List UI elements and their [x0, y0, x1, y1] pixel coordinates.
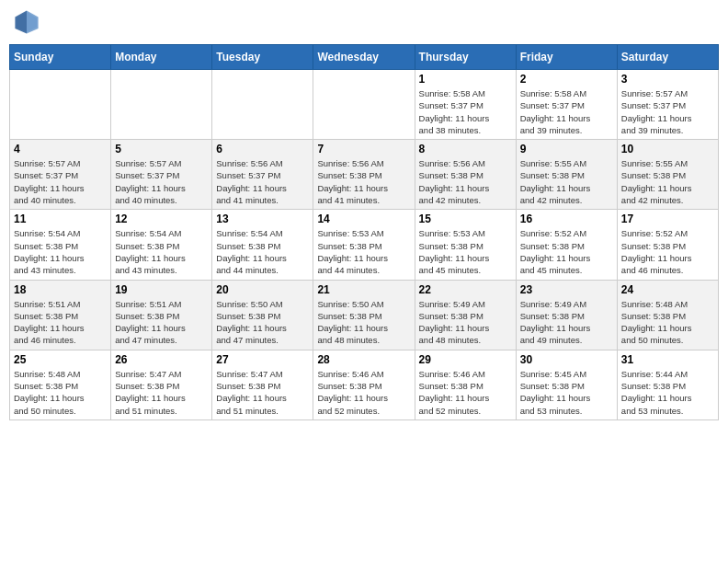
calendar-day-cell: 3Sunrise: 5:57 AM Sunset: 5:37 PM Daylig…: [617, 70, 718, 140]
logo-icon: [14, 9, 40, 35]
day-number: 26: [115, 353, 208, 366]
day-number: 24: [621, 283, 714, 296]
calendar-day-cell: 23Sunrise: 5:49 AM Sunset: 5:38 PM Dayli…: [516, 280, 617, 350]
day-number: 10: [621, 143, 714, 155]
day-info: Sunrise: 5:56 AM Sunset: 5:38 PM Dayligh…: [317, 157, 410, 206]
day-number: 16: [520, 213, 613, 225]
day-number: 1: [419, 73, 512, 86]
calendar-day-cell: 20Sunrise: 5:50 AM Sunset: 5:38 PM Dayli…: [212, 280, 313, 350]
day-info: Sunrise: 5:49 AM Sunset: 5:38 PM Dayligh…: [419, 298, 512, 347]
calendar-day-cell: 30Sunrise: 5:45 AM Sunset: 5:38 PM Dayli…: [516, 350, 617, 419]
day-number: 11: [14, 213, 107, 225]
calendar-day-cell: 5Sunrise: 5:57 AM Sunset: 5:37 PM Daylig…: [111, 140, 212, 210]
svg-marker-1: [27, 10, 39, 33]
calendar-day-cell: [313, 70, 415, 140]
day-number: 23: [520, 283, 613, 296]
day-number: 7: [317, 143, 410, 155]
day-number: 22: [419, 283, 512, 296]
calendar-day-cell: 21Sunrise: 5:50 AM Sunset: 5:38 PM Dayli…: [313, 280, 415, 350]
day-info: Sunrise: 5:55 AM Sunset: 5:38 PM Dayligh…: [520, 157, 613, 206]
day-number: 12: [115, 213, 208, 225]
day-info: Sunrise: 5:52 AM Sunset: 5:38 PM Dayligh…: [621, 227, 714, 276]
day-of-week-header: Sunday: [10, 45, 111, 70]
calendar-day-cell: 12Sunrise: 5:54 AM Sunset: 5:38 PM Dayli…: [111, 210, 212, 280]
day-number: 6: [216, 143, 309, 155]
day-info: Sunrise: 5:51 AM Sunset: 5:38 PM Dayligh…: [115, 298, 208, 347]
calendar-week-row: 11Sunrise: 5:54 AM Sunset: 5:38 PM Dayli…: [10, 210, 719, 280]
logo: [14, 9, 41, 35]
calendar-day-cell: 13Sunrise: 5:54 AM Sunset: 5:38 PM Dayli…: [212, 210, 313, 280]
calendar-day-cell: 24Sunrise: 5:48 AM Sunset: 5:38 PM Dayli…: [617, 280, 718, 350]
day-of-week-header: Tuesday: [212, 45, 313, 70]
day-info: Sunrise: 5:48 AM Sunset: 5:38 PM Dayligh…: [621, 298, 714, 347]
calendar-day-cell: [111, 70, 212, 140]
day-info: Sunrise: 5:56 AM Sunset: 5:37 PM Dayligh…: [216, 157, 309, 206]
day-number: 13: [216, 213, 309, 225]
day-info: Sunrise: 5:47 AM Sunset: 5:38 PM Dayligh…: [216, 368, 309, 417]
calendar-day-cell: 16Sunrise: 5:52 AM Sunset: 5:38 PM Dayli…: [516, 210, 617, 280]
day-info: Sunrise: 5:48 AM Sunset: 5:38 PM Dayligh…: [14, 368, 107, 417]
day-number: 3: [621, 73, 714, 86]
day-number: 5: [115, 143, 208, 155]
calendar-day-cell: 10Sunrise: 5:55 AM Sunset: 5:38 PM Dayli…: [617, 140, 718, 210]
day-number: 21: [317, 283, 410, 296]
day-info: Sunrise: 5:54 AM Sunset: 5:38 PM Dayligh…: [115, 227, 208, 276]
day-of-week-header: Saturday: [617, 45, 718, 70]
day-info: Sunrise: 5:53 AM Sunset: 5:38 PM Dayligh…: [317, 227, 410, 276]
calendar-table: SundayMondayTuesdayWednesdayThursdayFrid…: [9, 44, 719, 420]
day-number: 18: [14, 283, 107, 296]
day-info: Sunrise: 5:49 AM Sunset: 5:38 PM Dayligh…: [520, 298, 613, 347]
day-number: 28: [317, 353, 410, 366]
day-info: Sunrise: 5:57 AM Sunset: 5:37 PM Dayligh…: [14, 157, 107, 206]
calendar-day-cell: 1Sunrise: 5:58 AM Sunset: 5:37 PM Daylig…: [415, 70, 516, 140]
calendar-day-cell: 9Sunrise: 5:55 AM Sunset: 5:38 PM Daylig…: [516, 140, 617, 210]
calendar-day-cell: 22Sunrise: 5:49 AM Sunset: 5:38 PM Dayli…: [415, 280, 516, 350]
calendar-day-cell: 17Sunrise: 5:52 AM Sunset: 5:38 PM Dayli…: [617, 210, 718, 280]
day-info: Sunrise: 5:47 AM Sunset: 5:38 PM Dayligh…: [115, 368, 208, 417]
calendar-day-cell: 27Sunrise: 5:47 AM Sunset: 5:38 PM Dayli…: [212, 350, 313, 419]
calendar-day-cell: 8Sunrise: 5:56 AM Sunset: 5:38 PM Daylig…: [415, 140, 516, 210]
day-number: 4: [14, 143, 107, 155]
calendar-day-cell: 11Sunrise: 5:54 AM Sunset: 5:38 PM Dayli…: [10, 210, 111, 280]
day-info: Sunrise: 5:56 AM Sunset: 5:38 PM Dayligh…: [419, 157, 512, 206]
day-number: 15: [419, 213, 512, 225]
day-number: 2: [520, 73, 613, 86]
day-number: 17: [621, 213, 714, 225]
calendar-week-row: 18Sunrise: 5:51 AM Sunset: 5:38 PM Dayli…: [10, 280, 719, 350]
day-number: 19: [115, 283, 208, 296]
day-info: Sunrise: 5:50 AM Sunset: 5:38 PM Dayligh…: [317, 298, 410, 347]
calendar-day-cell: 15Sunrise: 5:53 AM Sunset: 5:38 PM Dayli…: [415, 210, 516, 280]
day-of-week-header: Wednesday: [313, 45, 415, 70]
day-number: 14: [317, 213, 410, 225]
calendar-day-cell: 25Sunrise: 5:48 AM Sunset: 5:38 PM Dayli…: [10, 350, 111, 419]
day-number: 31: [621, 353, 714, 366]
day-info: Sunrise: 5:54 AM Sunset: 5:38 PM Dayligh…: [216, 227, 309, 276]
day-number: 27: [216, 353, 309, 366]
calendar-week-row: 25Sunrise: 5:48 AM Sunset: 5:38 PM Dayli…: [10, 350, 719, 419]
calendar-week-row: 1Sunrise: 5:58 AM Sunset: 5:37 PM Daylig…: [10, 70, 719, 140]
day-number: 20: [216, 283, 309, 296]
day-info: Sunrise: 5:45 AM Sunset: 5:38 PM Dayligh…: [520, 368, 613, 417]
day-info: Sunrise: 5:52 AM Sunset: 5:38 PM Dayligh…: [520, 227, 613, 276]
calendar-day-cell: [212, 70, 313, 140]
day-number: 25: [14, 353, 107, 366]
calendar-day-cell: 6Sunrise: 5:56 AM Sunset: 5:37 PM Daylig…: [212, 140, 313, 210]
calendar-day-cell: [10, 70, 111, 140]
calendar-day-cell: 31Sunrise: 5:44 AM Sunset: 5:38 PM Dayli…: [617, 350, 718, 419]
calendar-day-cell: 26Sunrise: 5:47 AM Sunset: 5:38 PM Dayli…: [111, 350, 212, 419]
day-info: Sunrise: 5:58 AM Sunset: 5:37 PM Dayligh…: [520, 87, 613, 136]
day-number: 29: [419, 353, 512, 366]
day-info: Sunrise: 5:46 AM Sunset: 5:38 PM Dayligh…: [317, 368, 410, 417]
day-of-week-header: Friday: [516, 45, 617, 70]
day-info: Sunrise: 5:53 AM Sunset: 5:38 PM Dayligh…: [419, 227, 512, 276]
calendar-day-cell: 7Sunrise: 5:56 AM Sunset: 5:38 PM Daylig…: [313, 140, 415, 210]
day-info: Sunrise: 5:44 AM Sunset: 5:38 PM Dayligh…: [621, 368, 714, 417]
calendar-week-row: 4Sunrise: 5:57 AM Sunset: 5:37 PM Daylig…: [10, 140, 719, 210]
calendar-day-cell: 28Sunrise: 5:46 AM Sunset: 5:38 PM Dayli…: [313, 350, 415, 419]
day-info: Sunrise: 5:57 AM Sunset: 5:37 PM Dayligh…: [115, 157, 208, 206]
calendar-header-row: SundayMondayTuesdayWednesdayThursdayFrid…: [10, 45, 719, 70]
page-header: [9, 9, 719, 35]
calendar-day-cell: 14Sunrise: 5:53 AM Sunset: 5:38 PM Dayli…: [313, 210, 415, 280]
calendar-day-cell: 19Sunrise: 5:51 AM Sunset: 5:38 PM Dayli…: [111, 280, 212, 350]
day-of-week-header: Thursday: [415, 45, 516, 70]
